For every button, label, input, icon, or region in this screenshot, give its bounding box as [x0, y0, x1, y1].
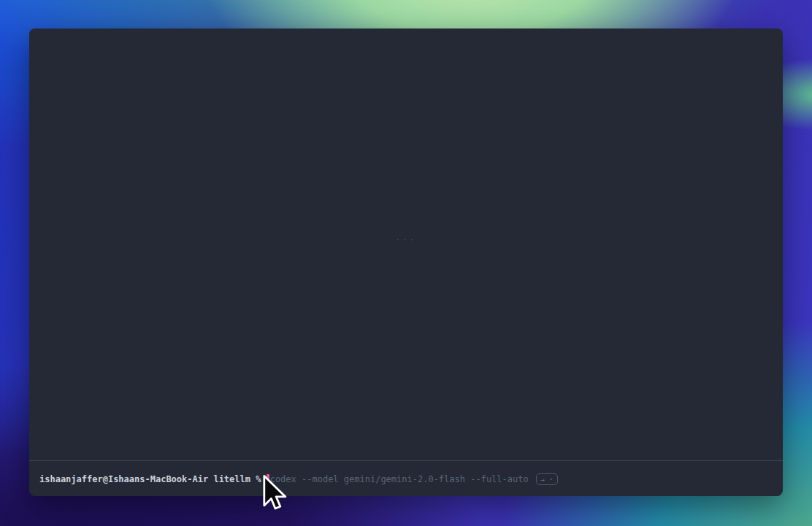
- terminal-prompt-line[interactable]: ishaanjaffer@Ishaans-MacBook-Air litellm…: [39, 471, 773, 487]
- accept-suggestion-hint-badge: → ·: [536, 473, 558, 485]
- shell-prompt-text: ishaanjaffer@Ishaans-MacBook-Air litellm…: [39, 474, 267, 484]
- terminal-window[interactable]: ··· ishaanjaffer@Ishaans-MacBook-Air lit…: [29, 28, 783, 496]
- desktop-wallpaper: ··· ishaanjaffer@Ishaans-MacBook-Air lit…: [0, 0, 812, 526]
- terminal-prompt-divider: [29, 460, 783, 461]
- autosuggestion-text: codex --model gemini/gemini-2.0-flash --…: [270, 474, 529, 484]
- mouse-arrow-cursor: [261, 473, 289, 517]
- terminal-loading-ellipsis: ···: [29, 235, 783, 245]
